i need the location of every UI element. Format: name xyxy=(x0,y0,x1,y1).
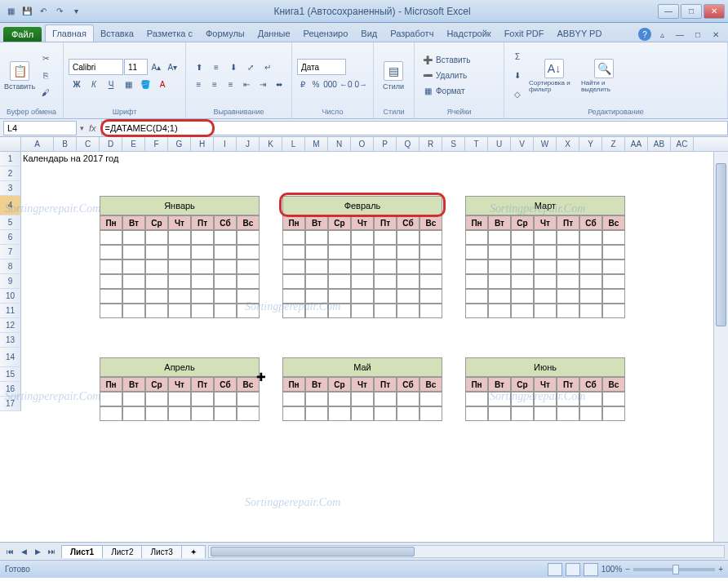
month-header-jan[interactable]: Январь xyxy=(100,196,260,215)
calendar-cell[interactable] xyxy=(282,259,305,274)
day-header-cell[interactable]: Вт xyxy=(122,215,145,230)
calendar-cell[interactable] xyxy=(145,230,168,245)
calendar-cell[interactable] xyxy=(557,406,579,421)
day-header-cell[interactable]: Сб xyxy=(579,377,602,392)
col-header[interactable]: B xyxy=(54,137,77,151)
calendar-cell[interactable] xyxy=(579,259,602,274)
percent-icon[interactable]: % xyxy=(310,76,322,92)
day-header-cell[interactable]: Сб xyxy=(214,215,237,230)
zoom-out-button[interactable]: − xyxy=(625,565,630,574)
fill-color-icon[interactable]: 🪣 xyxy=(137,76,153,92)
merge-icon[interactable]: ⬌ xyxy=(271,76,286,92)
calendar-cell[interactable] xyxy=(214,392,237,406)
day-header-cell[interactable]: Пн xyxy=(282,215,305,230)
calendar-cell[interactable] xyxy=(465,289,488,304)
normal-view-icon[interactable] xyxy=(548,563,562,576)
day-header-cell[interactable]: Пн xyxy=(465,215,488,230)
col-header[interactable]: S xyxy=(442,137,465,151)
calendar-cell[interactable] xyxy=(168,230,191,245)
calendar-cell[interactable] xyxy=(579,392,602,406)
calendar-cell[interactable] xyxy=(374,406,397,421)
calendar-cell[interactable] xyxy=(557,304,579,318)
day-header-cell[interactable]: Пт xyxy=(557,377,579,392)
day-header-cell[interactable]: Ср xyxy=(145,215,168,230)
calendar-cell[interactable] xyxy=(191,274,214,289)
zoom-slider-thumb[interactable] xyxy=(673,565,679,574)
calendar-cell[interactable] xyxy=(397,392,419,406)
calendar-cell[interactable] xyxy=(397,245,419,259)
calendar-cell[interactable] xyxy=(374,230,397,245)
calendar-cell[interactable] xyxy=(100,392,122,406)
calendar-cell[interactable] xyxy=(214,304,237,318)
indent-dec-icon[interactable]: ⇤ xyxy=(239,76,255,92)
maximize-button[interactable]: □ xyxy=(681,4,702,19)
currency-icon[interactable]: ₽ xyxy=(297,76,309,92)
calendar-cell[interactable] xyxy=(465,392,488,406)
col-header[interactable]: Z xyxy=(602,137,625,151)
calendar-cell[interactable] xyxy=(168,259,191,274)
calendar-cell[interactable] xyxy=(122,245,145,259)
calendar-cell[interactable] xyxy=(122,289,145,304)
calendar-cell[interactable] xyxy=(534,289,557,304)
row-header[interactable]: 17 xyxy=(0,397,21,411)
worksheet-grid[interactable]: A B C D E F G H I J K L M N O P Q R S T … xyxy=(0,137,728,542)
row-header[interactable]: 7 xyxy=(0,245,21,259)
month-header-feb[interactable]: Февраль xyxy=(282,196,442,215)
border-icon[interactable]: ▦ xyxy=(120,76,136,92)
bold-button[interactable]: Ж xyxy=(69,76,85,92)
sheet-nav-last-icon[interactable]: ⏭ xyxy=(45,545,58,558)
calendar-cell[interactable] xyxy=(282,304,305,318)
align-left-icon[interactable]: ≡ xyxy=(191,76,206,92)
month-block-apr[interactable]: АпрельПнВтСрЧтПтСбВс xyxy=(100,357,260,421)
copy-icon[interactable]: ⎘ xyxy=(38,68,54,84)
calendar-cell[interactable] xyxy=(557,392,579,406)
calendar-cell[interactable] xyxy=(100,406,122,421)
sheet-tab-2[interactable]: Лист2 xyxy=(102,545,142,558)
calendar-cell[interactable] xyxy=(511,230,534,245)
col-header[interactable]: N xyxy=(328,137,351,151)
calendar-cell[interactable] xyxy=(579,245,602,259)
day-header-cell[interactable]: Пт xyxy=(374,377,397,392)
calendar-cell[interactable] xyxy=(328,304,351,318)
zoom-in-button[interactable]: + xyxy=(718,565,723,574)
tab-layout[interactable]: Разметка с xyxy=(140,25,199,42)
calendar-cell[interactable] xyxy=(191,245,214,259)
calendar-cell[interactable] xyxy=(351,245,374,259)
workbook-min-icon[interactable]: — xyxy=(673,27,687,42)
calendar-cell[interactable] xyxy=(305,392,328,406)
tab-addins[interactable]: Надстройк xyxy=(440,25,497,42)
calendar-cell[interactable] xyxy=(397,406,419,421)
calendar-cell[interactable] xyxy=(602,230,625,245)
save-icon[interactable]: 💾 xyxy=(20,4,34,19)
calendar-cell[interactable] xyxy=(602,392,625,406)
col-header[interactable]: H xyxy=(191,137,214,151)
calendar-cell[interactable] xyxy=(328,392,351,406)
calendar-cell[interactable] xyxy=(305,274,328,289)
qat-dropdown-icon[interactable]: ▾ xyxy=(69,4,83,19)
col-header[interactable]: I xyxy=(214,137,237,151)
tab-foxit[interactable]: Foxit PDF xyxy=(498,25,551,42)
calendar-cell[interactable] xyxy=(488,274,511,289)
calendar-cell[interactable] xyxy=(282,289,305,304)
align-middle-icon[interactable]: ≡ xyxy=(208,59,224,75)
calendar-cell[interactable] xyxy=(305,259,328,274)
find-select-button[interactable]: 🔍 Найти и выделить xyxy=(581,44,627,107)
calendar-cell[interactable] xyxy=(511,289,534,304)
calendar-cell[interactable] xyxy=(122,406,145,421)
calendar-cell[interactable] xyxy=(397,274,419,289)
calendar-cell[interactable] xyxy=(122,230,145,245)
calendar-cell[interactable] xyxy=(374,304,397,318)
row-header[interactable]: 11 xyxy=(0,304,21,318)
day-header-cell[interactable]: Пт xyxy=(374,215,397,230)
calendar-cell[interactable] xyxy=(100,304,122,318)
col-header[interactable]: Q xyxy=(397,137,419,151)
calendar-cell[interactable] xyxy=(511,406,534,421)
calendar-cell[interactable] xyxy=(557,245,579,259)
paste-button[interactable]: 📋 Вставить xyxy=(3,44,36,107)
calendar-cell[interactable] xyxy=(511,392,534,406)
calendar-cell[interactable] xyxy=(419,406,442,421)
shrink-font-icon[interactable]: A▾ xyxy=(165,59,180,75)
redo-icon[interactable]: ↷ xyxy=(52,4,67,19)
day-header-cell[interactable]: Вт xyxy=(305,215,328,230)
day-header-cell[interactable]: Чт xyxy=(534,215,557,230)
